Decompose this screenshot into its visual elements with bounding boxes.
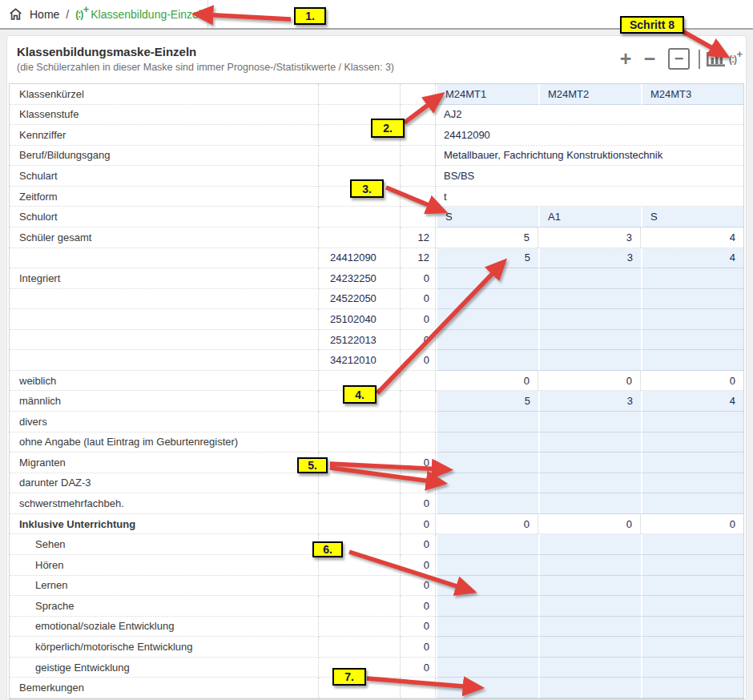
data-cell[interactable] bbox=[538, 617, 641, 638]
data-cell[interactable] bbox=[436, 330, 538, 351]
data-cell[interactable]: 5 bbox=[436, 248, 538, 269]
home-icon[interactable] bbox=[8, 7, 23, 22]
data-cell[interactable] bbox=[436, 637, 538, 658]
class-add-icon[interactable]: (:)+ bbox=[729, 54, 736, 64]
table-row: körperlich/motorische Entwicklung0 bbox=[10, 637, 743, 658]
data-cell[interactable] bbox=[641, 534, 743, 555]
data-cell[interactable] bbox=[436, 576, 538, 597]
data-cell[interactable] bbox=[641, 617, 743, 638]
data-cell[interactable] bbox=[538, 330, 641, 351]
row-code: 34212010 bbox=[319, 350, 401, 371]
row-label: Schulart bbox=[10, 166, 319, 187]
data-cell[interactable] bbox=[641, 330, 743, 351]
row-label: schwerstmehrfachbeh. bbox=[10, 493, 319, 514]
table-row: Beruf/BildungsgangMetallbauer, Fachricht… bbox=[10, 146, 743, 167]
data-cell[interactable]: A1 bbox=[538, 207, 641, 227]
minus-icon[interactable]: − bbox=[638, 47, 662, 70]
data-cell[interactable] bbox=[538, 637, 641, 658]
data-cell[interactable] bbox=[641, 453, 743, 473]
data-cell[interactable] bbox=[538, 350, 641, 371]
data-cell[interactable] bbox=[436, 617, 538, 638]
data-cell[interactable] bbox=[538, 534, 641, 555]
data-cell[interactable] bbox=[538, 268, 641, 289]
data-cell[interactable] bbox=[436, 678, 538, 698]
data-cell: 0 bbox=[436, 514, 538, 535]
data-cell[interactable] bbox=[538, 453, 641, 473]
data-cell[interactable] bbox=[436, 473, 538, 494]
data-cell[interactable] bbox=[641, 555, 743, 576]
breadcrumb-home[interactable]: Home bbox=[30, 8, 59, 21]
data-cell[interactable] bbox=[538, 493, 641, 514]
data-cell[interactable] bbox=[436, 534, 538, 555]
data-cell: 0 bbox=[641, 371, 743, 392]
data-cell[interactable] bbox=[641, 432, 743, 453]
data-cell[interactable] bbox=[436, 289, 538, 310]
data-cell[interactable] bbox=[538, 412, 641, 432]
data-cell[interactable] bbox=[538, 289, 641, 310]
data-cell[interactable] bbox=[641, 289, 743, 310]
column-header-cell[interactable]: M24MT1 bbox=[436, 84, 538, 105]
data-cell[interactable] bbox=[538, 432, 641, 453]
data-cell[interactable]: S bbox=[436, 207, 538, 227]
data-cell[interactable]: 4 bbox=[641, 248, 743, 269]
annotation-badge: 1. bbox=[294, 7, 326, 25]
page-subtitle: (die Schülerzahlen in dieser Maske sind … bbox=[17, 62, 394, 73]
data-cell[interactable]: 3 bbox=[538, 391, 641, 412]
data-cell[interactable] bbox=[641, 658, 743, 678]
table-row: 251020400 bbox=[10, 309, 743, 330]
data-cell[interactable] bbox=[436, 412, 538, 432]
data-cell[interactable] bbox=[641, 268, 743, 289]
row-code bbox=[319, 453, 401, 473]
row-label: Kennziffer bbox=[10, 125, 319, 146]
data-cell[interactable] bbox=[641, 350, 743, 371]
column-header-cell[interactable]: M24MT3 bbox=[641, 84, 743, 105]
annotation-badge: 3. bbox=[350, 179, 384, 198]
row-label: weiblich bbox=[10, 371, 319, 392]
row-code bbox=[319, 207, 401, 227]
data-cell[interactable] bbox=[436, 268, 538, 289]
row-code bbox=[319, 146, 401, 167]
annotation-badge: 7. bbox=[332, 668, 366, 686]
breadcrumb-current[interactable]: Klassenbildung-Einzeln bbox=[91, 8, 207, 21]
row-label: Migranten bbox=[10, 453, 319, 473]
table-row: weiblich000 bbox=[10, 371, 743, 392]
data-cell[interactable]: 4 bbox=[641, 391, 743, 412]
data-cell[interactable] bbox=[538, 309, 641, 330]
data-cell[interactable] bbox=[641, 637, 743, 658]
row-code bbox=[319, 514, 401, 535]
box-minus-icon[interactable]: − bbox=[668, 48, 690, 70]
data-cell[interactable] bbox=[436, 596, 538, 617]
row-total: 0 bbox=[401, 555, 436, 576]
data-cell[interactable] bbox=[538, 596, 641, 617]
data-cell[interactable] bbox=[538, 473, 641, 494]
data-cell[interactable]: 5 bbox=[436, 391, 538, 412]
data-cell[interactable] bbox=[641, 596, 743, 617]
data-cell[interactable] bbox=[436, 493, 538, 514]
bar-chart-icon[interactable] bbox=[704, 50, 727, 69]
column-header-cell[interactable]: M24MT2 bbox=[538, 84, 641, 105]
plus-icon[interactable]: + bbox=[614, 47, 638, 70]
data-cell[interactable] bbox=[538, 678, 641, 698]
table-row: Sprache0 bbox=[10, 596, 743, 617]
data-cell[interactable]: 3 bbox=[538, 248, 641, 269]
data-cell[interactable]: S bbox=[641, 207, 743, 227]
data-cell[interactable] bbox=[436, 350, 538, 371]
data-cell[interactable] bbox=[436, 555, 538, 576]
data-cell[interactable] bbox=[641, 473, 743, 494]
data-cell[interactable] bbox=[538, 658, 641, 678]
data-cell[interactable] bbox=[436, 432, 538, 453]
data-cell[interactable] bbox=[641, 412, 743, 432]
data-cell[interactable] bbox=[641, 309, 743, 330]
data-cell[interactable] bbox=[641, 678, 743, 698]
data-cell[interactable] bbox=[436, 453, 538, 473]
data-cell[interactable] bbox=[538, 576, 641, 597]
data-cell[interactable] bbox=[538, 555, 641, 576]
data-cell[interactable] bbox=[436, 309, 538, 330]
row-code bbox=[319, 227, 401, 248]
data-cell[interactable] bbox=[641, 576, 743, 597]
row-total bbox=[401, 432, 436, 453]
row-label: Integriert bbox=[10, 268, 319, 289]
data-cell[interactable] bbox=[436, 658, 538, 678]
data-cell[interactable] bbox=[641, 493, 743, 514]
row-code: 24232250 bbox=[319, 268, 401, 289]
